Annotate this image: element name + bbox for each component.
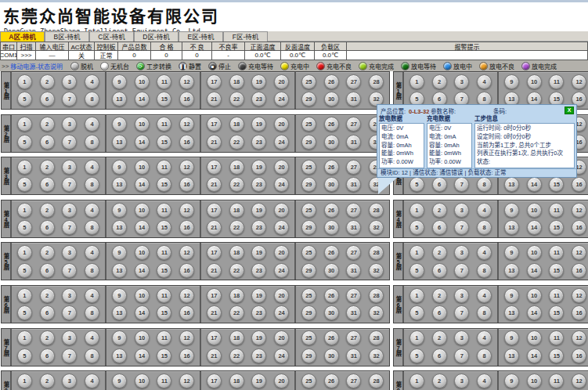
cell-button[interactable]: 14	[135, 220, 150, 235]
cell-button[interactable]: 12	[572, 288, 586, 303]
tab-zone-a[interactable]: A区-待机	[0, 31, 45, 42]
cell-button[interactable]: 18	[229, 330, 244, 345]
cell-button[interactable]: 10	[135, 74, 150, 89]
cell-button[interactable]: 25	[301, 117, 316, 132]
cell-button[interactable]: 16	[572, 220, 586, 235]
cell-button[interactable]: 28	[369, 245, 384, 260]
cell-button[interactable]: 15	[157, 263, 171, 278]
cell-button[interactable]: 15	[157, 92, 171, 107]
cell-button[interactable]: 10	[135, 245, 150, 260]
cell-button[interactable]: 7	[454, 348, 469, 363]
cell-button[interactable]: 9	[112, 203, 127, 218]
cell-button[interactable]: 11	[549, 374, 564, 388]
cell-button[interactable]: 18	[229, 374, 244, 388]
cell-button[interactable]: 5	[17, 220, 32, 235]
cell-button[interactable]: 25	[301, 74, 316, 89]
cell-button[interactable]: 2	[432, 374, 447, 388]
cell-button[interactable]: 15	[157, 305, 171, 320]
cell-button[interactable]: 9	[112, 374, 127, 388]
cell-button[interactable]: 10	[135, 330, 150, 345]
cell-button[interactable]: 30	[324, 220, 339, 235]
cell-button[interactable]: 14	[135, 348, 150, 363]
cell-button[interactable]: 17	[207, 245, 222, 260]
cell-button[interactable]: 16	[179, 92, 194, 107]
cell-button[interactable]: 20	[274, 374, 289, 388]
cell-button[interactable]: 21	[207, 177, 222, 192]
cell-button[interactable]: 6	[432, 177, 447, 192]
cell-button[interactable]: 7	[454, 220, 469, 235]
cell-button[interactable]: 7	[62, 177, 77, 192]
cell-button[interactable]: 10	[527, 330, 542, 345]
cell-button[interactable]: 30	[324, 177, 339, 192]
cell-button[interactable]: 4	[477, 74, 492, 89]
cell-button[interactable]: 3	[454, 330, 469, 345]
cell-button[interactable]: 20	[274, 160, 289, 175]
cell-button[interactable]: 9	[504, 330, 519, 345]
cell-button[interactable]: 9	[504, 203, 519, 218]
cell-button[interactable]: 5	[409, 220, 424, 235]
cell-button[interactable]: 8	[85, 177, 99, 192]
cell-button[interactable]: 32	[369, 263, 384, 278]
cell-button[interactable]: 19	[251, 330, 266, 345]
cell-button[interactable]: 12	[179, 74, 194, 89]
cell-button[interactable]: 16	[572, 348, 586, 363]
cell-button[interactable]: 10	[527, 245, 542, 260]
cell-button[interactable]: 31	[346, 220, 361, 235]
cell-button[interactable]: 9	[504, 288, 519, 303]
cell-button[interactable]: 1	[409, 74, 424, 89]
cell-button[interactable]: 15	[157, 220, 171, 235]
cell-button[interactable]: 4	[85, 203, 99, 218]
cell-button[interactable]: 25	[301, 330, 316, 345]
cell-button[interactable]: 6	[40, 348, 55, 363]
cell-button[interactable]: 1	[17, 288, 32, 303]
cell-button[interactable]: 11	[549, 74, 564, 89]
cell-button[interactable]: 21	[207, 305, 222, 320]
cell-button[interactable]: 6	[40, 135, 55, 150]
cell-button[interactable]: 27	[346, 160, 361, 175]
cell-button[interactable]: 13	[112, 220, 127, 235]
cell-button[interactable]: 3	[454, 203, 469, 218]
cell-button[interactable]: 26	[324, 160, 339, 175]
cell-button[interactable]: 26	[324, 203, 339, 218]
cell-button[interactable]: 9	[112, 330, 127, 345]
cell-button[interactable]: 14	[527, 263, 542, 278]
cell-button[interactable]: 14	[527, 177, 542, 192]
cell-button[interactable]: 22	[229, 263, 244, 278]
cell-button[interactable]: 5	[17, 348, 32, 363]
cell-button[interactable]: 28	[369, 203, 384, 218]
cell-button[interactable]: 22	[229, 177, 244, 192]
cell-button[interactable]: 12	[179, 374, 194, 388]
cell-button[interactable]: 7	[62, 348, 77, 363]
cell-button[interactable]: 13	[504, 263, 519, 278]
cell-button[interactable]: 19	[251, 374, 266, 388]
cell-button[interactable]: 7	[62, 263, 77, 278]
cell-button[interactable]: 8	[477, 348, 492, 363]
cell-button[interactable]: 8	[85, 348, 99, 363]
cell-button[interactable]: 23	[251, 263, 266, 278]
cell-button[interactable]: 14	[527, 305, 542, 320]
cell-button[interactable]: 20	[274, 288, 289, 303]
cell-button[interactable]: 24	[274, 348, 289, 363]
cell-button[interactable]: 28	[369, 74, 384, 89]
cell-button[interactable]: 26	[324, 330, 339, 345]
cell-button[interactable]: 17	[207, 374, 222, 388]
cell-button[interactable]: 13	[504, 177, 519, 192]
cell-button[interactable]: 11	[549, 288, 564, 303]
cell-button[interactable]: 27	[346, 330, 361, 345]
cell-button[interactable]: 26	[324, 288, 339, 303]
cell-button[interactable]: 13	[112, 305, 127, 320]
cell-button[interactable]: 11	[157, 203, 171, 218]
cell-button[interactable]: 14	[135, 135, 150, 150]
cell-button[interactable]: 21	[207, 92, 222, 107]
cell-button[interactable]: 9	[504, 74, 519, 89]
cell-button[interactable]: 21	[207, 220, 222, 235]
cell-button[interactable]: 7	[454, 177, 469, 192]
cell-button[interactable]: 11	[157, 160, 171, 175]
cell-button[interactable]: 14	[135, 263, 150, 278]
cell-button[interactable]: 31	[346, 177, 361, 192]
cell-button[interactable]: 30	[324, 92, 339, 107]
cell-button[interactable]: 24	[274, 263, 289, 278]
tab-zone-b[interactable]: B区-待机	[45, 31, 89, 42]
cell-button[interactable]: 11	[549, 203, 564, 218]
cell-button[interactable]: 1	[17, 117, 32, 132]
